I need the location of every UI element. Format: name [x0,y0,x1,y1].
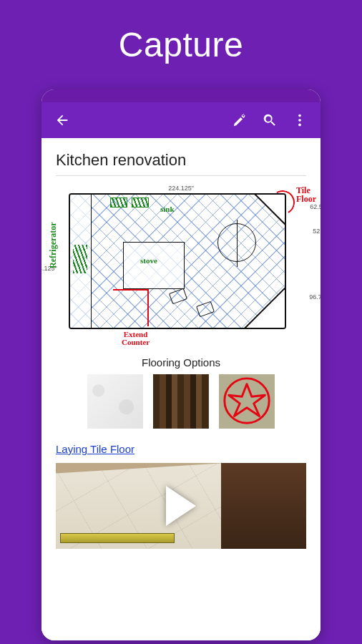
svg-point-1 [298,119,301,122]
ink-pen-icon [232,112,248,128]
dimension-top-right-b: 52.5" [313,228,321,235]
note-title[interactable]: Kitchen renovation [56,151,306,170]
play-icon [166,486,196,526]
more-vertical-icon [292,112,308,128]
swatch-marble[interactable] [87,374,143,429]
extend-line-horizontal [113,289,149,291]
sink-mark-2 [132,197,149,208]
level-tool-graphic [60,533,175,543]
svg-point-2 [298,124,301,127]
tile-floor-label: Tile Floor [296,186,316,203]
floorplan-outline: stove sink [69,193,286,329]
back-button[interactable] [47,105,77,135]
refrigerator-label: Refrigerator [48,222,59,268]
laying-tile-link[interactable]: Laying Tile Floor [56,443,134,455]
search-button[interactable] [255,105,285,135]
search-icon [262,112,278,128]
status-bar [41,89,321,102]
floorplan-image[interactable]: 224.125" 164.125" 62.5" 52.5" 96.75" sto… [56,193,306,343]
sink-mark-1 [110,197,127,208]
flooring-swatches [56,374,306,429]
sink-label: sink [160,205,175,213]
svg-point-0 [298,114,301,117]
video-thumbnail[interactable] [56,463,306,549]
extend-counter-label: Extend Counter [122,331,150,346]
dimension-top: 224.125" [168,185,194,192]
title-divider [56,175,306,176]
dimension-top-right-a: 62.5" [310,203,321,210]
chairs [170,291,213,315]
note-content: Kitchen renovation 224.125" 164.125" 62.… [41,138,321,640]
ink-button[interactable] [225,105,255,135]
hero-title: Capture [119,25,243,64]
back-arrow-icon [54,112,70,128]
dimension-bottom-right: 96.75" [309,293,321,301]
round-table [217,223,256,262]
swatch-wood[interactable] [153,374,209,429]
swatch-tile[interactable] [219,374,275,429]
video-cabinet-graphic [221,463,306,549]
overflow-button[interactable] [285,105,315,135]
phone-frame: Kitchen renovation 224.125" 164.125" 62.… [41,89,321,640]
kitchen-island [123,242,185,289]
selection-star-annotation [219,374,275,429]
app-bar [41,102,321,138]
extend-line-vertical [147,289,149,326]
flooring-heading: Flooring Options [56,356,306,369]
stove-label: stove [140,256,157,265]
refrigerator-mark [73,245,87,273]
